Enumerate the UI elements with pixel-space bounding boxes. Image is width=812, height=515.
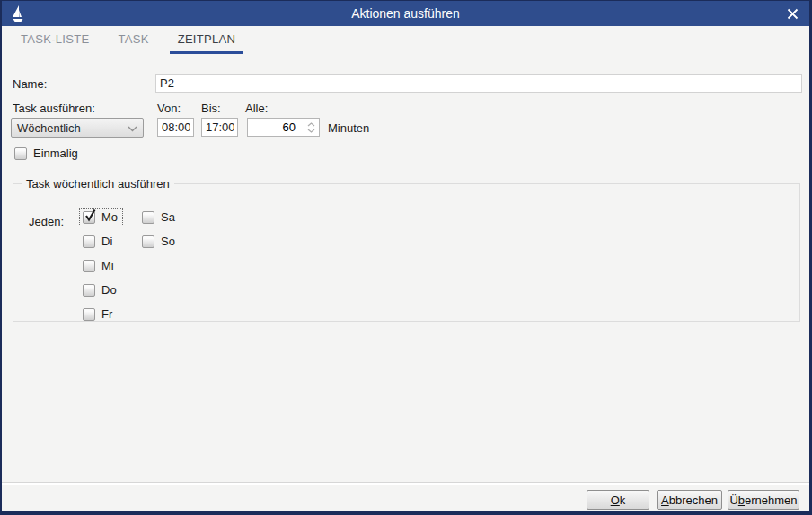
day-label: Di (102, 235, 112, 248)
von-label: Von: (157, 102, 181, 115)
tab-label: ZEITPLAN (178, 32, 236, 46)
day-label: So (161, 235, 175, 248)
weekly-groupbox-title: Task wöchentlich ausführen (22, 177, 174, 191)
checkbox-box (83, 308, 95, 321)
day-checkbox-fr[interactable]: Fr (80, 306, 117, 323)
name-label: Name: (13, 77, 47, 91)
name-input[interactable] (155, 74, 802, 93)
day-label: Do (102, 283, 117, 297)
task-execute-label: Task ausführen: (13, 102, 95, 115)
day-label: Mi (102, 259, 114, 272)
interval-input[interactable] (248, 119, 304, 136)
footer-separator (2, 482, 809, 485)
day-checkbox-sa[interactable]: Sa (139, 209, 180, 226)
einmalig-label: Einmalig (33, 147, 78, 160)
tab-task[interactable]: TASK (110, 26, 156, 54)
checkbox-box (83, 260, 95, 272)
checkbox-box (14, 147, 27, 160)
checkbox-box (142, 235, 154, 248)
tab-bar: TASK-LISTE TASK ZEITPLAN (13, 26, 256, 54)
interval-spinner (247, 118, 320, 137)
chevron-down-icon (128, 121, 137, 135)
von-time-input[interactable] (157, 118, 194, 137)
minuten-label: Minuten (328, 121, 369, 135)
checkbox-box (83, 235, 95, 248)
day-label: Sa (161, 210, 175, 224)
jeden-label: Jeden: (29, 215, 64, 228)
tab-label: TASK-LISTE (21, 32, 89, 46)
spinner-arrows (304, 119, 319, 136)
einmalig-checkbox[interactable]: Einmalig (14, 147, 78, 160)
titlebar[interactable]: Aktionen ausführen (2, 1, 809, 26)
frequency-selected-value: Wöchentlich (17, 121, 128, 135)
tab-task-liste[interactable]: TASK-LISTE (13, 26, 97, 54)
day-checkbox-do[interactable]: Do (80, 281, 121, 298)
alle-label: Alle: (245, 102, 268, 115)
checkbox-box (142, 211, 154, 224)
weekly-groupbox: Task wöchentlich ausführen Jeden: Mo (13, 177, 800, 322)
checkmark-icon (84, 209, 96, 225)
dialog-window: Aktionen ausführen TASK-LISTE TASK ZEITP… (0, 0, 812, 515)
day-checkbox-so[interactable]: So (139, 233, 180, 250)
bis-time-input[interactable] (201, 118, 238, 137)
close-icon[interactable] (781, 3, 804, 24)
checkbox-box (83, 284, 95, 297)
spinner-up-icon[interactable] (307, 122, 315, 127)
day-checkbox-di[interactable]: Di (80, 233, 117, 250)
checkbox-box (83, 211, 95, 224)
tab-label: TASK (118, 32, 148, 46)
cancel-button[interactable]: Abbrechen (657, 490, 722, 510)
day-label: Fr (102, 307, 112, 321)
day-checkbox-mi[interactable]: Mi (80, 257, 119, 274)
dialog-body: Aktionen ausführen TASK-LISTE TASK ZEITP… (2, 1, 809, 511)
day-checkbox-mo[interactable]: Mo (80, 209, 122, 226)
frequency-select[interactable]: Wöchentlich (11, 118, 144, 138)
tab-zeitplan[interactable]: ZEITPLAN (170, 26, 244, 54)
bis-label: Bis: (201, 102, 221, 115)
spinner-down-icon[interactable] (307, 129, 315, 133)
ok-button[interactable]: Ok (587, 490, 649, 510)
day-label: Mo (102, 210, 118, 224)
apply-button[interactable]: Übernehmen (728, 490, 799, 510)
window-title: Aktionen ausführen (2, 1, 809, 26)
